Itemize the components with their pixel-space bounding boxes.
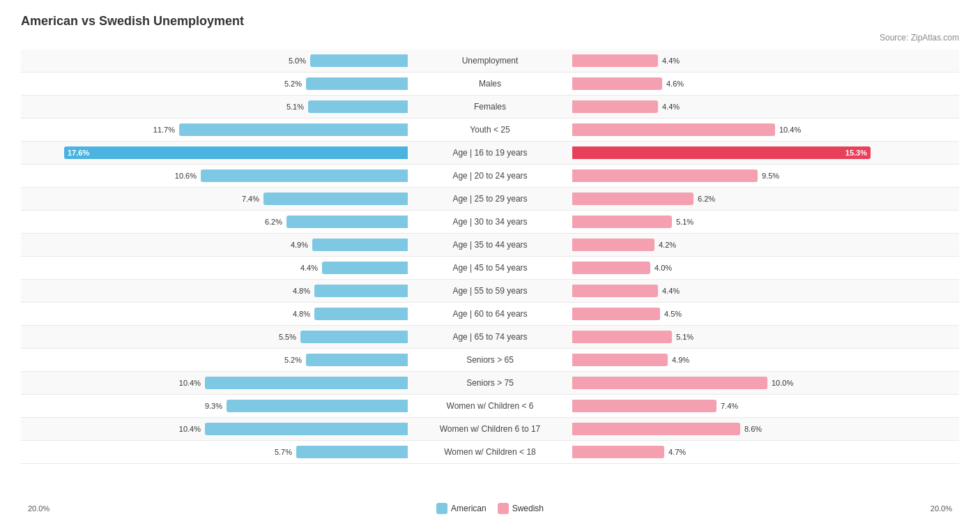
row-label: Women w/ Children < 18 <box>413 447 567 457</box>
left-value: 5.5% <box>274 333 296 341</box>
swedish-legend-label: Swedish <box>512 504 544 513</box>
row-label: Age | 16 to 19 years <box>413 148 567 158</box>
left-value: 10.6% <box>174 172 197 180</box>
left-side: 5.2% <box>21 354 413 366</box>
row-label: Males <box>413 79 567 89</box>
left-side: 4.9% <box>21 239 413 251</box>
chart-title: American vs Swedish Unemployment <box>21 14 959 29</box>
left-side: 11.7% <box>21 123 413 136</box>
table-row: 5.1% Females 4.4% <box>21 96 959 119</box>
chart-footer: 20.0% American Swedish 20.0% <box>21 503 959 514</box>
left-side: 10.6% <box>21 169 413 182</box>
row-label: Seniors > 75 <box>413 378 567 388</box>
right-side: 6.2% <box>567 193 959 205</box>
table-row: 4.9% Age | 35 to 44 years 4.2% <box>21 234 959 257</box>
table-row: 6.2% Age | 30 to 34 years 5.1% <box>21 211 959 234</box>
left-value: 7.4% <box>237 195 259 203</box>
right-side: 4.0% <box>567 262 959 274</box>
row-label: Age | 25 to 29 years <box>413 194 567 204</box>
table-row: 11.7% Youth < 25 10.4% <box>21 119 959 142</box>
right-side: 8.6% <box>567 423 959 435</box>
table-row: 5.2% Seniors > 65 4.9% <box>21 349 959 372</box>
table-row: 5.7% Women w/ Children < 18 4.7% <box>21 441 959 464</box>
right-side: 9.5% <box>567 169 959 182</box>
right-side: 5.1% <box>567 216 959 228</box>
row-label: Age | 35 to 44 years <box>413 240 567 250</box>
left-side: 5.1% <box>21 100 413 113</box>
right-side: 10.4% <box>567 123 959 136</box>
right-side: 4.5% <box>567 308 959 320</box>
row-label: Unemployment <box>413 56 567 66</box>
right-value: 9.5% <box>762 172 784 180</box>
right-side: 4.4% <box>567 54 959 67</box>
left-side: 10.4% <box>21 423 413 435</box>
right-value: 10.0% <box>772 379 794 387</box>
right-value: 4.4% <box>662 103 684 111</box>
left-side: 7.4% <box>21 193 413 205</box>
swedish-legend-box <box>498 503 509 514</box>
row-label: Females <box>413 102 567 112</box>
left-value: 10.4% <box>178 425 201 433</box>
right-value: 4.4% <box>662 56 684 65</box>
right-value: 15.3% <box>845 149 871 157</box>
right-value: 8.6% <box>744 425 767 433</box>
right-side: 7.4% <box>567 400 959 412</box>
left-value: 17.6% <box>64 149 89 157</box>
left-value: 5.2% <box>280 80 302 88</box>
right-value: 7.4% <box>721 402 743 410</box>
left-value: 6.2% <box>260 218 282 226</box>
left-value: 4.8% <box>288 310 310 318</box>
row-label: Age | 55 to 59 years <box>413 286 567 296</box>
left-side: 10.4% <box>21 377 413 389</box>
left-side: 4.8% <box>21 285 413 297</box>
row-label: Age | 45 to 54 years <box>413 263 567 273</box>
table-row: 4.8% Age | 60 to 64 years 4.5% <box>21 303 959 326</box>
right-value: 4.4% <box>662 287 684 295</box>
left-side: 5.2% <box>21 77 413 90</box>
legend-american: American <box>436 503 487 514</box>
table-row: 10.4% Seniors > 75 10.0% <box>21 372 959 395</box>
right-value: 4.2% <box>659 241 681 249</box>
table-row: 9.3% Women w/ Children < 6 7.4% <box>21 395 959 418</box>
legend: American Swedish <box>436 503 544 514</box>
left-value: 4.9% <box>286 241 308 249</box>
right-value: 10.4% <box>779 126 802 134</box>
axis-left-label: 20.0% <box>28 504 49 513</box>
right-side: 4.7% <box>567 446 959 458</box>
row-label: Women w/ Children 6 to 17 <box>413 424 567 434</box>
row-label: Age | 30 to 34 years <box>413 217 567 227</box>
left-value: 4.4% <box>296 264 318 272</box>
table-row: 4.4% Age | 45 to 54 years 4.0% <box>21 257 959 280</box>
left-value: 10.4% <box>178 379 201 387</box>
left-side: 5.5% <box>21 331 413 343</box>
left-side: 4.8% <box>21 308 413 320</box>
table-row: 10.4% Women w/ Children 6 to 17 8.6% <box>21 418 959 441</box>
source-label: Source: ZipAtlas.com <box>21 33 959 43</box>
table-row: 5.2% Males 4.6% <box>21 73 959 96</box>
right-value: 4.5% <box>664 310 687 318</box>
left-value: 11.7% <box>153 126 175 134</box>
row-label: Age | 60 to 64 years <box>413 309 567 319</box>
right-side: 10.0% <box>567 377 959 389</box>
left-side: 5.7% <box>21 446 413 458</box>
row-label: Age | 65 to 74 years <box>413 332 567 342</box>
axis-right-label: 20.0% <box>931 504 952 513</box>
right-side: 4.2% <box>567 239 959 251</box>
american-legend-label: American <box>451 504 487 513</box>
right-value: 5.1% <box>676 218 698 226</box>
right-side: 15.3% <box>567 146 959 159</box>
row-label: Seniors > 65 <box>413 355 567 365</box>
left-value: 4.8% <box>288 287 310 295</box>
left-side: 6.2% <box>21 216 413 228</box>
left-value: 5.1% <box>282 103 304 111</box>
right-value: 5.1% <box>676 333 698 341</box>
right-value: 4.6% <box>666 80 689 88</box>
legend-swedish: Swedish <box>498 503 544 514</box>
table-row: 17.6% Age | 16 to 19 years 15.3% <box>21 142 959 165</box>
right-side: 4.4% <box>567 285 959 297</box>
table-row: 7.4% Age | 25 to 29 years 6.2% <box>21 188 959 211</box>
right-side: 4.6% <box>567 77 959 90</box>
right-side: 5.1% <box>567 331 959 343</box>
table-row: 5.5% Age | 65 to 74 years 5.1% <box>21 326 959 349</box>
table-row: 5.0% Unemployment 4.4% <box>21 50 959 73</box>
